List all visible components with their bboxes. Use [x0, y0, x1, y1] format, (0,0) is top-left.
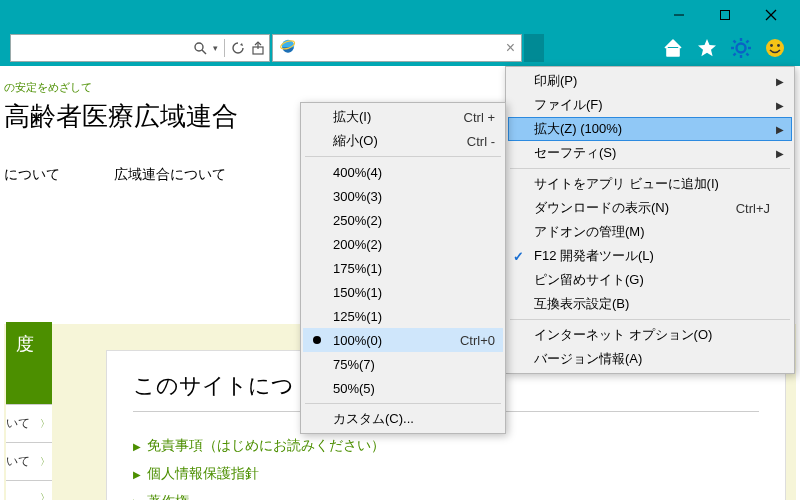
new-tab-button[interactable]: [524, 34, 544, 62]
titlebar: [0, 0, 800, 30]
zoom-level[interactable]: 75%(7): [303, 352, 503, 376]
nav-item[interactable]: 広域連合について: [114, 166, 226, 182]
tab-close-icon[interactable]: ×: [506, 40, 515, 56]
settings-gear-icon[interactable]: [728, 35, 754, 61]
menu-item-pinned[interactable]: ピン留めサイト(G): [508, 268, 792, 292]
menu-item-print[interactable]: 印刷(P)▶: [508, 69, 792, 93]
panel-link[interactable]: ▶個人情報保護指針: [133, 460, 759, 488]
nav-item[interactable]: について: [4, 166, 60, 182]
panel-link[interactable]: ▶免責事項（はじめにお読みください）: [133, 432, 759, 460]
menu-item-safety[interactable]: セーフティ(S)▶: [508, 141, 792, 165]
svg-line-5: [202, 50, 206, 54]
side-list-item[interactable]: いて〉: [6, 442, 52, 480]
svg-point-10: [737, 44, 746, 53]
search-dropdown-icon[interactable]: ▾: [213, 43, 218, 53]
menu-item-compat[interactable]: 互換表示設定(B): [508, 292, 792, 316]
zoom-level[interactable]: 175%(1): [303, 256, 503, 280]
close-button[interactable]: [748, 0, 794, 30]
menu-separator: [305, 403, 501, 404]
triangle-bullet-icon: ▶: [133, 441, 141, 452]
panel-link[interactable]: ▶著作権: [133, 488, 759, 500]
current-dot-icon: [313, 336, 321, 344]
zoom-level[interactable]: 400%(4): [303, 160, 503, 184]
svg-point-19: [766, 39, 784, 57]
zoom-in[interactable]: 拡大(I)Ctrl +: [303, 105, 503, 129]
svg-rect-1: [721, 11, 730, 20]
chevron-right-icon: 〉: [40, 417, 50, 431]
menu-item-file[interactable]: ファイル(F)▶: [508, 93, 792, 117]
ie-logo-icon: [279, 37, 297, 59]
menu-separator: [305, 156, 501, 157]
zoom-level-current[interactable]: 100%(0)Ctrl+0: [303, 328, 503, 352]
zoom-level[interactable]: 150%(1): [303, 280, 503, 304]
triangle-bullet-icon: ▶: [133, 469, 141, 480]
zoom-level[interactable]: 200%(2): [303, 232, 503, 256]
side-list-item[interactable]: 〉: [6, 480, 52, 500]
refresh-icon[interactable]: [231, 41, 245, 55]
zoom-level[interactable]: 250%(2): [303, 208, 503, 232]
address-bar: ▾ ×: [0, 30, 800, 66]
maximize-button[interactable]: [702, 0, 748, 30]
menu-separator: [510, 168, 790, 169]
zoom-level[interactable]: 125%(1): [303, 304, 503, 328]
svg-line-18: [734, 53, 736, 55]
check-icon: ✓: [513, 249, 524, 264]
share-icon[interactable]: [251, 41, 265, 55]
zoom-level[interactable]: 300%(3): [303, 184, 503, 208]
side-list: いて〉 いて〉 〉: [6, 404, 52, 500]
menu-separator: [510, 319, 790, 320]
minimize-button[interactable]: [656, 0, 702, 30]
svg-point-21: [777, 44, 780, 47]
submenu-arrow-icon: ▶: [776, 124, 784, 135]
settings-menu: 印刷(P)▶ ファイル(F)▶ 拡大(Z) (100%)▶ セーフティ(S)▶ …: [505, 66, 795, 374]
menu-item-f12[interactable]: ✓F12 開発者ツール(L): [508, 244, 792, 268]
submenu-arrow-icon: ▶: [776, 148, 784, 159]
favorites-star-icon[interactable]: [694, 35, 720, 61]
feedback-smiley-icon[interactable]: [762, 35, 788, 61]
side-list-item[interactable]: いて〉: [6, 404, 52, 442]
menu-item-zoom[interactable]: 拡大(Z) (100%)▶: [508, 117, 792, 141]
menu-item-addons[interactable]: アドオンの管理(M): [508, 220, 792, 244]
menu-item-about[interactable]: バージョン情報(A): [508, 347, 792, 371]
menu-item-internet-options[interactable]: インターネット オプション(O): [508, 323, 792, 347]
side-tab[interactable]: 度: [6, 322, 52, 406]
url-search-box[interactable]: ▾: [10, 34, 270, 62]
submenu-arrow-icon: ▶: [776, 100, 784, 111]
home-icon[interactable]: [660, 35, 686, 61]
svg-point-4: [195, 43, 203, 51]
browser-tab[interactable]: ×: [272, 34, 522, 62]
zoom-out[interactable]: 縮小(O)Ctrl -: [303, 129, 503, 153]
zoom-submenu: 拡大(I)Ctrl + 縮小(O)Ctrl - 400%(4) 300%(3) …: [300, 102, 506, 434]
svg-line-15: [734, 41, 736, 43]
toolbar-icons: [660, 35, 794, 61]
menu-item-downloads[interactable]: ダウンロードの表示(N)Ctrl+J: [508, 196, 792, 220]
submenu-arrow-icon: ▶: [776, 76, 784, 87]
zoom-custom[interactable]: カスタム(C)...: [303, 407, 503, 431]
search-icon[interactable]: [193, 41, 207, 55]
zoom-level[interactable]: 50%(5): [303, 376, 503, 400]
svg-line-17: [746, 41, 748, 43]
chevron-right-icon: 〉: [40, 491, 50, 500]
svg-point-20: [770, 44, 773, 47]
menu-item-add-appview[interactable]: サイトをアプリ ビューに追加(I): [508, 172, 792, 196]
chevron-right-icon: 〉: [40, 455, 50, 469]
svg-line-16: [746, 53, 748, 55]
